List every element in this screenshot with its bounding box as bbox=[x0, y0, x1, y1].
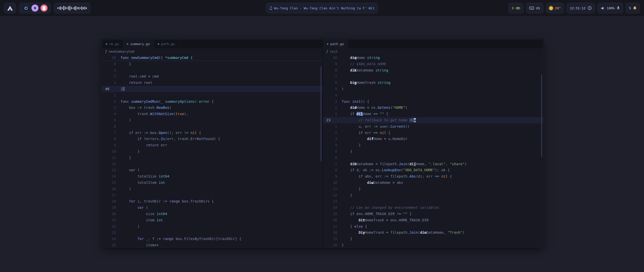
code-text: func newSummaryCmd() *summaryCmd { bbox=[116, 55, 193, 61]
music-note-icon: ♫ bbox=[269, 6, 272, 10]
tab-summary-go[interactable]: ◈ summary.go bbox=[123, 39, 154, 48]
code-line[interactable]: 1 u, err := user.Current() bbox=[323, 123, 543, 130]
code-line[interactable]: 1 if dilHome == "" { bbox=[323, 111, 543, 117]
code-line[interactable]: 2 didHome = os.Getenv("HOME") bbox=[323, 105, 543, 111]
now-playing-widget[interactable]: ♫ Wu-Tang Clan - Wu-Tang Clan Ain't Nuth… bbox=[266, 3, 378, 13]
notifications-widget[interactable]: 5 bbox=[626, 3, 640, 13]
workspace-files[interactable] bbox=[41, 5, 48, 12]
code-line[interactable]: 2func summaryCmdRun(_ summaryOptions) er… bbox=[102, 98, 323, 105]
line-number: 17 bbox=[102, 192, 116, 198]
code-line[interactable]: 9 return err bbox=[102, 142, 323, 148]
code-line[interactable]: 6 DigHomeTrash string bbox=[323, 80, 543, 86]
code-line[interactable]: 5 ) bbox=[102, 117, 323, 123]
code-line[interactable]: 20 size int64 bbox=[102, 211, 323, 217]
token: func bbox=[120, 56, 131, 60]
launcher-button[interactable] bbox=[4, 3, 16, 13]
code-line[interactable]: 5) bbox=[323, 86, 543, 92]
code-line[interactable]: 11 } bbox=[323, 186, 543, 192]
code-line[interactable]: 13 bbox=[323, 198, 543, 205]
code-line[interactable]: 10 diwDataHome = abs bbox=[323, 180, 543, 186]
code-line[interactable]: 11 } bbox=[102, 155, 323, 161]
code-line[interactable]: 12 } bbox=[323, 192, 543, 198]
code-line[interactable]: 4 bbox=[323, 92, 543, 98]
code-line[interactable]: 19 } bbox=[323, 236, 543, 242]
code-line[interactable]: 16 ) bbox=[102, 186, 323, 192]
code-editor-path-go[interactable]: 10 diqHome string9 // $XDG_DATA_HOME8 di… bbox=[323, 55, 543, 247]
code-line[interactable]: 7 dihDataHome = filepath.Join(dijHome, "… bbox=[323, 161, 543, 167]
code-line[interactable]: 1 bbox=[102, 92, 323, 98]
code-text: if err == nil { bbox=[337, 130, 390, 136]
tab-path-go[interactable]: ◈ path.go bbox=[323, 39, 348, 48]
code-line[interactable]: 22 ) bbox=[102, 223, 323, 230]
code-line[interactable]: 2 root.cmd = cmd bbox=[102, 73, 323, 80]
weather-widget[interactable]: 29° bbox=[546, 3, 564, 13]
code-editor-summary-go[interactable]: 26func newSummaryCmd() *summaryCmd {4 }3… bbox=[102, 55, 323, 247]
tab-rm-go[interactable]: ◈ rm.go bbox=[102, 39, 123, 48]
code-line[interactable]: 9 if abs, err := filepath.Abs(d); err ==… bbox=[323, 173, 543, 180]
workspace-editor[interactable]: N bbox=[31, 5, 38, 12]
code-line[interactable]: 14 totalSize int64 bbox=[102, 173, 323, 180]
token: } bbox=[342, 237, 352, 241]
token: Di bbox=[358, 218, 363, 222]
sticky-context-line[interactable]: 26func newSummaryCmd() *summaryCmd { bbox=[102, 55, 323, 61]
token: { bbox=[210, 99, 214, 104]
tab-path-go[interactable]: ◈ path.go bbox=[154, 39, 179, 48]
code-line[interactable]: 3func init() { bbox=[323, 98, 543, 105]
code-line[interactable]: 25 item++ bbox=[102, 242, 323, 247]
code-line[interactable]: 8 if d, ok := os.LookupEnv("XDG_DATA_HOM… bbox=[323, 167, 543, 173]
code-text bbox=[116, 67, 120, 74]
code-line[interactable]: 14 // Can be changed by environment vari… bbox=[323, 205, 543, 211]
code-line[interactable]: 16 DitHomeTrash = env.HOME_TRASH_DIR bbox=[323, 217, 543, 223]
code-line[interactable]: 8 if !errors.Is(err, trash.ErrNotFound) … bbox=[102, 136, 323, 142]
clock-widget[interactable]: 12:31:12 bbox=[567, 3, 595, 13]
line-number: 15 bbox=[323, 211, 337, 217]
volume-widget[interactable]: 100% bbox=[597, 3, 623, 13]
code-line[interactable]: 4 } bbox=[323, 142, 543, 148]
recording-indicator[interactable]: 9 bbox=[508, 3, 524, 13]
code-text: ) bbox=[116, 186, 131, 192]
code-line[interactable]: 2 if err == nil { bbox=[323, 130, 543, 136]
code-line[interactable]: 18 DiyHomeTrash = filepath.Join(dioDataH… bbox=[323, 229, 543, 236]
code-line[interactable]: 10 } bbox=[102, 148, 323, 155]
code-line[interactable]: 17 bbox=[102, 192, 323, 198]
code-line[interactable]: 13 var ( bbox=[102, 167, 323, 173]
line-number: 3 bbox=[102, 105, 116, 111]
code-line[interactable]: 9 // $XDG_DATA_HOME bbox=[323, 61, 543, 67]
token: totalItem bbox=[120, 181, 159, 185]
code-line[interactable]: 7 if err := box.Open(); err != nil { bbox=[102, 130, 323, 136]
code-line[interactable]: 4 trash.WithGetSize(true), bbox=[102, 111, 323, 117]
code-line[interactable]: 6 bbox=[102, 123, 323, 130]
code-line[interactable]: 23 bbox=[102, 229, 323, 236]
code-line[interactable]: 4 } bbox=[102, 61, 323, 67]
code-line[interactable]: 18 for i, trashDir := range box.TrashDir… bbox=[102, 198, 323, 205]
viz-bar bbox=[77, 7, 78, 9]
code-line[interactable]: 3 box := trash.NewBox( bbox=[102, 105, 323, 111]
code-line[interactable]: 24 for _, f := range box.FilesByTrashDir… bbox=[102, 236, 323, 242]
code-line[interactable]: 3 difHome = u.HomeDir bbox=[323, 136, 543, 142]
code-line[interactable]: 46} bbox=[102, 86, 323, 92]
code-line[interactable]: 8 dikDataHome string bbox=[323, 67, 543, 74]
line-number: 5 bbox=[323, 86, 337, 92]
code-line[interactable]: 23 // fallback to get home dia bbox=[323, 117, 543, 123]
code-line[interactable]: 20} bbox=[323, 242, 543, 247]
code-line[interactable]: 10 diqHome string bbox=[323, 55, 543, 61]
scrollbar[interactable] bbox=[541, 75, 542, 157]
token: // fallback to get home bbox=[342, 118, 410, 122]
code-line[interactable]: 12 bbox=[102, 161, 323, 167]
token: { bbox=[363, 224, 367, 228]
code-line[interactable]: 21 item int bbox=[102, 217, 323, 223]
code-line[interactable]: 5 } bbox=[323, 148, 543, 155]
code-line[interactable]: 7 bbox=[323, 73, 543, 80]
code-line[interactable]: 3 bbox=[102, 67, 323, 74]
code-line[interactable]: 15 if env.HOME_TRASH_DIR != "" { bbox=[323, 211, 543, 217]
code-line[interactable]: 15 totalItem int bbox=[102, 180, 323, 186]
left-tabbar: ◈ rm.go ◈ summary.go ◈ path.go bbox=[102, 39, 323, 48]
scrollbar[interactable] bbox=[320, 66, 321, 161]
code-line[interactable]: 17 } else { bbox=[323, 223, 543, 230]
keyboard-layout-widget[interactable]: US bbox=[526, 3, 543, 13]
code-line[interactable]: 19 var ( bbox=[102, 205, 323, 211]
code-line[interactable]: 1 return root bbox=[102, 80, 323, 86]
workspace-media[interactable] bbox=[22, 5, 29, 12]
code-line[interactable]: 6 bbox=[323, 155, 543, 161]
code-text: difHome = u.HomeDir bbox=[337, 136, 407, 142]
